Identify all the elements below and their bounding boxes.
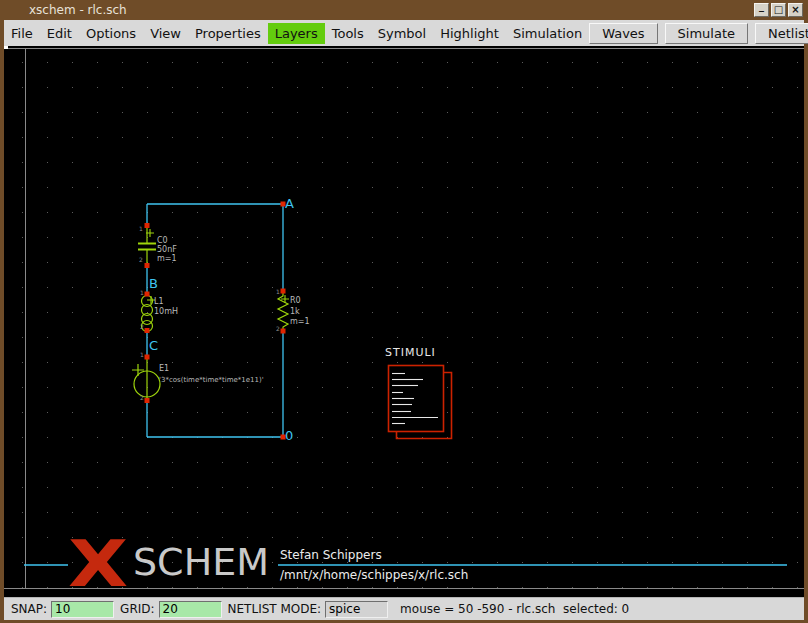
stimuli-document[interactable] [389,366,452,439]
grid-label: GRID: [120,602,154,616]
resistor-name: R0 [290,297,301,305]
menu-options[interactable]: Options [79,23,143,44]
inductor-pin-number: 1 [140,290,144,296]
xschem-logo-text: SCHEM [133,543,269,581]
menu-properties[interactable]: Properties [188,23,268,44]
sheet-boundary [4,48,804,589]
capacitor-name: C0 [157,237,168,245]
net-label-a[interactable]: A [285,197,294,210]
schematic-canvas[interactable]: A B C 0 C0 50nF m=1 1 2 L1 10mH 1 2 E1 '… [4,46,804,597]
close-button[interactable]: × [788,3,803,17]
netlist-mode-input[interactable] [325,601,388,618]
mouse-status-text: mouse = 50 -590 - rlc.sch selected: 0 [400,602,629,616]
xschem-logo-x: X [68,532,128,596]
capacitor-pin-number: 2 [139,257,143,263]
inductor-value: 10mH [154,308,178,316]
grid-input[interactable] [159,601,222,618]
author-credit: Stefan Schippers [280,549,382,561]
inductor-pin-number: 2 [140,324,144,330]
resistor-value: 1k [290,308,300,316]
minimize-icon: _ [759,0,764,11]
net-label-c[interactable]: C [149,339,158,352]
vsource-pin-number: 2 [140,395,144,401]
menu-layers[interactable]: Layers [268,23,325,44]
resistor-pin-number: 1 [276,289,280,295]
netlist-mode-label: NETLIST MODE: [228,602,322,616]
netlist-button[interactable]: Netlist [755,23,808,44]
menu-symbol[interactable]: Symbol [371,23,433,44]
menubar: File Edit Options View Properties Layers… [4,20,804,46]
menu-simulation[interactable]: Simulation [506,23,589,44]
vsource-shape [132,357,160,400]
waves-button[interactable]: Waves [589,23,657,44]
minimize-button[interactable]: _ [754,3,769,17]
menu-highlight[interactable]: Highlight [433,23,506,44]
canvas-corner-artifact [4,46,8,49]
schematic-drawing [4,46,804,597]
menu-edit[interactable]: Edit [40,23,79,44]
titlebar[interactable]: xschem - rlc.sch _ □ × [0,0,808,20]
stimuli-title[interactable]: STIMULI [385,347,436,358]
polarity-plus-icon [132,364,144,376]
snap-input[interactable] [51,601,114,618]
window-controls: _ □ × [754,3,803,17]
vsource-symbol[interactable] [132,355,160,404]
inductor-pins [145,292,150,334]
maximize-button[interactable]: □ [771,3,786,17]
capacitor-mult: m=1 [157,255,177,263]
file-path: /mnt/x/home/schippes/x/rlc.sch [280,569,468,581]
resistor-pin-number: 2 [276,326,280,332]
menu-view[interactable]: View [143,23,188,44]
vsource-name: E1 [159,365,169,373]
menu-tools[interactable]: Tools [325,23,371,44]
window-title: xschem - rlc.sch [29,3,127,17]
close-icon: × [791,4,799,15]
simulate-button[interactable]: Simulate [665,23,748,44]
capacitor-value: 50nF [157,246,177,254]
net-label-gnd[interactable]: 0 [285,429,293,442]
menu-file[interactable]: File [4,23,40,44]
xschem-window: xschem - rlc.sch _ □ × File Edit Options… [0,0,808,623]
vsource-value: '3*cos(time*time*time*1e11)' [159,377,264,384]
net-label-b[interactable]: B [149,277,158,290]
resistor-mult: m=1 [290,318,310,326]
snap-label: SNAP: [11,602,47,616]
statusbar: SNAP: GRID: NETLIST MODE: mouse = 50 -59… [4,597,804,620]
capacitor-pin-number: 1 [139,226,143,232]
vsource-pin-number: 1 [140,352,144,358]
inductor-name: L1 [154,298,164,306]
maximize-icon: □ [774,4,783,15]
